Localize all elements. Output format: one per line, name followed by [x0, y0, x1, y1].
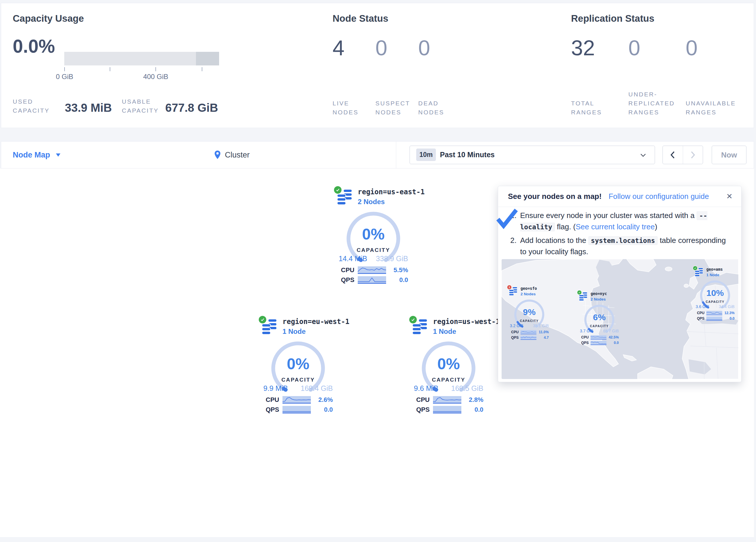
step-text: ) — [655, 222, 657, 231]
cpu-label: CPU — [511, 330, 520, 335]
chevron-left-icon — [670, 151, 675, 159]
region-locality-label: region=eu-west-1 — [282, 318, 349, 326]
view-toolbar: Node Map Cluster 10m Past 10 Minutes Now — [1, 141, 754, 168]
usable-value: 169.5 GiB — [451, 384, 483, 393]
cpu-sparkline — [433, 396, 461, 404]
breadcrumb[interactable]: Cluster — [214, 141, 250, 168]
region-nodes-link[interactable]: 2 Nodes — [358, 198, 385, 206]
time-back-button[interactable] — [663, 146, 683, 164]
unavailable-ranges-label: UNAVAILABLE RANGES — [686, 99, 736, 117]
locality-label: geo=sfo — [520, 286, 537, 291]
capacity-percent: 10% — [698, 288, 732, 298]
region-card-us-east-1[interactable]: region=us-east-1 2 Nodes 0% CAPACITY 14.… — [336, 187, 410, 287]
nodes-link[interactable]: 2 Nodes — [590, 297, 605, 302]
step-text: flag. ( — [555, 222, 576, 231]
usable-value: 35.1 GiB — [533, 324, 548, 328]
qps-sparkline — [433, 406, 461, 414]
nodemap-setup-popup: See your nodes on a map! Follow our conf… — [498, 186, 742, 382]
popup-header: See your nodes on a map! Follow our conf… — [498, 186, 741, 207]
used-value: 3.7 GiB — [580, 329, 593, 333]
map-node-geo-sfo[interactable]: 1 geo=sfo 2 Nodes 9% CAPACITY 3.2 GiB 35… — [509, 286, 551, 343]
cpu-value: 2.6% — [314, 396, 333, 404]
step-text: Ensure every node in your cluster was st… — [520, 211, 697, 220]
capacity-percent: 6% — [582, 312, 616, 322]
time-range-dropdown[interactable]: 10m Past 10 Minutes — [410, 146, 655, 164]
under-replicated-ranges-value: 0 — [628, 37, 640, 59]
used-value: 14.4 MiB — [339, 254, 367, 263]
healthy-status-icon — [333, 185, 342, 194]
world-map: 1 geo=sfo 2 Nodes 9% CAPACITY 3.2 GiB 35… — [502, 259, 738, 379]
used-value: 9.9 MiB — [263, 384, 288, 393]
usable-value: 169.4 GiB — [301, 384, 333, 393]
qps-sparkline — [520, 336, 536, 340]
toolbar-divider — [396, 141, 396, 168]
time-forward-button[interactable] — [683, 146, 703, 164]
nodes-link[interactable]: 1 Node — [706, 273, 719, 277]
map-pin-icon — [214, 150, 221, 159]
system-locations-code: system.locations — [588, 236, 658, 245]
chevron-down-icon — [640, 153, 646, 157]
region-nodes-link[interactable]: 1 Node — [282, 328, 306, 336]
locality-label: geo=nyc — [590, 291, 607, 296]
locality-tree-link[interactable]: See current locality tree — [576, 222, 655, 231]
suspect-nodes-value: 0 — [375, 37, 387, 59]
region-card-eu-west-1[interactable]: region=eu-west-1 1 Node 0% CAPACITY 9.9 … — [261, 317, 335, 416]
usable-capacity-value: 677.8 GiB — [165, 101, 218, 114]
view-selector-dropdown[interactable]: Node Map — [13, 141, 60, 168]
view-selector-label: Node Map — [13, 150, 50, 159]
configuration-guide-link[interactable]: Follow our configuration guide — [609, 192, 709, 201]
caret-down-icon — [56, 153, 60, 157]
close-icon[interactable]: ✕ — [726, 192, 733, 201]
setup-step-2: 2.Add locations to the system.locations … — [510, 235, 731, 257]
capacity-word: CAPACITY — [698, 300, 732, 304]
capacity-word: CAPACITY — [343, 247, 404, 253]
cluster-summary-bar: Capacity Usage 0.0% 0 GiB 400 GiB USED C… — [1, 3, 754, 128]
cpu-value: 12.3% — [724, 311, 735, 315]
qps-value: 0.0 — [724, 317, 735, 321]
total-ranges-value: 32 — [571, 37, 595, 59]
healthy-status-icon — [693, 266, 698, 271]
map-node-geo-ams[interactable]: geo=ams 1 Node 10% CAPACITY 3.6 GiB 34.4… — [694, 266, 737, 324]
cpu-label: CPU — [581, 335, 590, 340]
locality-label: geo=ams — [706, 267, 723, 272]
capacity-word: CAPACITY — [512, 319, 546, 323]
chevron-right-icon — [690, 151, 696, 159]
cpu-label: CPU — [697, 311, 706, 315]
capacity-usage-bar — [64, 52, 219, 65]
axis-tick — [110, 67, 110, 71]
region-card-us-west-1[interactable]: region=us-west-1 1 Node 0% CAPACITY 9.6 … — [412, 317, 486, 416]
total-ranges-label: TOTAL RANGES — [571, 99, 603, 117]
region-nodes-link[interactable]: 1 Node — [433, 328, 456, 336]
qps-label: QPS — [581, 341, 590, 345]
cpu-value: 5.5% — [390, 266, 408, 274]
cpu-value: 42.5% — [608, 335, 619, 340]
qps-label: QPS — [266, 406, 282, 414]
usable-value: 34.4 GiB — [719, 304, 734, 309]
usable-value: 65.7 GiB — [603, 329, 619, 333]
usable-capacity-label: USABLE CAPACITY — [122, 97, 173, 115]
qps-sparkline — [358, 276, 386, 284]
used-value: 3.2 GiB — [510, 324, 523, 328]
capacity-percent: 0% — [343, 225, 404, 243]
qps-label: QPS — [341, 276, 358, 284]
breadcrumb-label: Cluster — [225, 150, 250, 159]
axis-tick — [64, 67, 65, 71]
setup-step-1: 1.Ensure every node in your cluster was … — [510, 210, 731, 232]
step-number: 2. — [510, 235, 517, 246]
dead-nodes-value: 0 — [418, 37, 430, 59]
capacity-word: CAPACITY — [268, 377, 329, 383]
qps-label: QPS — [416, 406, 433, 414]
map-node-geo-nyc[interactable]: geo=nyc 2 Nodes 6% CAPACITY 3.7 GiB 65.7… — [579, 291, 621, 348]
now-button[interactable]: Now — [712, 146, 746, 164]
used-value: 9.6 MiB — [414, 384, 438, 393]
healthy-status-icon — [409, 315, 417, 324]
healthy-status-icon — [577, 290, 582, 295]
cpu-label: CPU — [266, 396, 282, 404]
cpu-sparkline — [590, 335, 606, 340]
capacity-percent: 0% — [268, 355, 329, 373]
capacity-usage-title: Capacity Usage — [13, 13, 84, 24]
used-capacity-value: 33.9 MiB — [65, 101, 112, 114]
nodes-link[interactable]: 2 Nodes — [520, 292, 535, 296]
capacity-used-percent: 0.0% — [13, 36, 55, 57]
qps-value: 0.0 — [390, 276, 408, 284]
